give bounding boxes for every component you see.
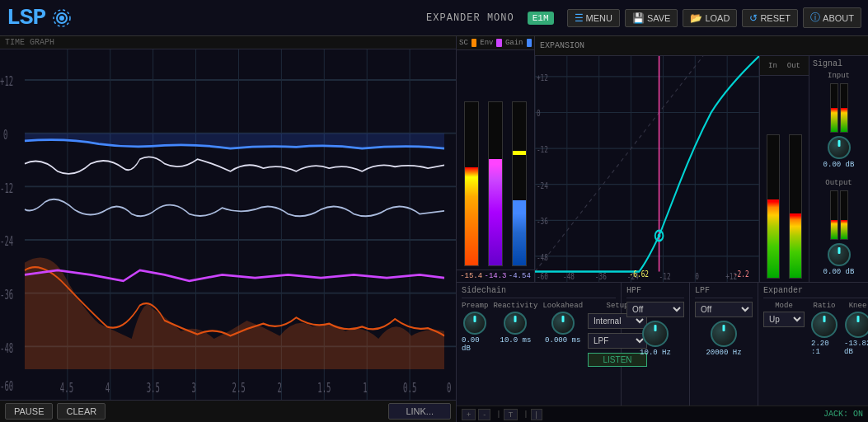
logo-text: LSP <box>7 5 45 30</box>
sc-color-box <box>472 39 476 47</box>
expansion-svg: +12 0 -12 -24 -36 -48 -60 -48 -36 -24 <box>535 56 759 282</box>
top-menu: ☰ MENU 💾 SAVE 📂 LOAD ↺ RESET ⓘ ABOUT <box>567 7 861 28</box>
sc-readouts: -15.4 -14.3 -4.54 <box>457 270 534 282</box>
preamp-knob[interactable] <box>463 312 486 335</box>
svg-text:-12: -12 <box>537 145 548 154</box>
menu-button[interactable]: ☰ MENU <box>567 9 620 27</box>
ratio-value: 2.20 :1 <box>811 340 838 356</box>
svg-text:-60: -60 <box>537 273 548 282</box>
mode-select[interactable]: Up <box>763 312 805 327</box>
load-icon: 📂 <box>690 12 702 24</box>
svg-text:-24: -24 <box>537 181 548 190</box>
svg-text:1: 1 <box>363 380 367 396</box>
env-meter-fill <box>489 159 502 265</box>
gain-meter-fill <box>513 200 526 265</box>
plugin-badge: E1M <box>528 12 554 25</box>
in-label: In <box>768 62 777 70</box>
svg-point-65 <box>658 233 661 237</box>
reactivity-control: Reactivity 10.0 ms <box>493 302 537 345</box>
sidechain-title: Sidechain <box>462 286 616 298</box>
lookahead-knob[interactable] <box>551 312 575 335</box>
expander-params: Mode Up Ratio 2.20 :1 <box>763 302 868 367</box>
reactivity-knob[interactable] <box>504 312 527 335</box>
logo-gear-icon <box>49 5 75 31</box>
expansion-title: EXPANSION <box>540 41 584 50</box>
svg-text:0: 0 <box>447 380 451 396</box>
reset-button[interactable]: ↺ RESET <box>742 9 798 27</box>
footer-separator-2: | <box>523 410 528 419</box>
output-section: Output 0.00 dB <box>823 179 855 276</box>
save-icon: 💾 <box>632 12 645 24</box>
svg-text:-12: -12 <box>0 181 13 196</box>
top-bar: LSP EXPANDER MONO E1M ☰ MENU 💾 SAVE 📂 LO… <box>0 0 868 36</box>
app-wrapper: LSP EXPANDER MONO E1M ☰ MENU 💾 SAVE 📂 LO… <box>0 0 868 422</box>
footer-separator-1: | <box>496 410 500 419</box>
svg-point-2 <box>59 16 64 21</box>
mode-control: Mode Up <box>763 302 805 327</box>
expansion-wrapper: EXPANSION <box>535 36 868 282</box>
clear-button[interactable]: CLEAR <box>57 403 106 420</box>
env-meter-bar <box>488 101 503 266</box>
bottom-controls: Sidechain Preamp 0.00 dB Reactivity <box>457 282 868 422</box>
svg-text:2.5: 2.5 <box>232 380 245 396</box>
lpf-knob-container: 20000 Hz <box>695 321 753 357</box>
lpf-knob[interactable] <box>711 321 737 347</box>
knee-knob[interactable] <box>845 312 868 338</box>
svg-text:0.5: 0.5 <box>403 380 416 396</box>
footer-extra-button[interactable]: | <box>531 409 542 420</box>
input-knob[interactable] <box>828 136 851 159</box>
svg-text:-2.2: -2.2 <box>734 270 749 279</box>
save-button[interactable]: 💾 SAVE <box>625 9 678 27</box>
output-knob[interactable] <box>828 243 851 266</box>
menu-icon: ☰ <box>575 12 584 24</box>
svg-text:0: 0 <box>3 127 7 143</box>
output-vu-bars <box>830 190 848 240</box>
gain-color-box <box>527 39 532 47</box>
inout-header: In Out <box>760 56 809 76</box>
lpf-title: LPF <box>695 286 753 298</box>
svg-text:-36: -36 <box>595 273 607 282</box>
ratio-label: Ratio <box>813 302 835 310</box>
input-vu-left <box>830 83 838 133</box>
expander-section: Expander Mode Up Ratio <box>758 283 868 406</box>
footer-minus-button[interactable]: - <box>478 409 490 420</box>
hpf-knob-container: 10.0 Hz <box>626 321 684 357</box>
link-button[interactable]: LINK... <box>388 403 451 420</box>
lpf-select2[interactable]: Off <box>695 302 753 317</box>
svg-text:1.5: 1.5 <box>317 380 331 396</box>
expansion-graph: +12 0 -12 -24 -36 -48 -60 -48 -36 -24 <box>535 56 759 282</box>
input-value: 0.00 dB <box>823 161 855 169</box>
reset-icon: ↺ <box>749 12 758 24</box>
out-label: Out <box>787 62 800 70</box>
hpf-select[interactable]: Off <box>626 302 684 317</box>
ratio-knob[interactable] <box>811 312 838 338</box>
input-label: Input <box>828 72 850 80</box>
sc-meters-panel: SC Env Gain <box>457 36 535 282</box>
inout-panel: In Out <box>759 56 809 282</box>
sidechain-section: Sidechain Preamp 0.00 dB Reactivity <box>457 283 622 406</box>
sc-meter-bar <box>464 101 479 266</box>
output-value: 0.00 dB <box>823 268 855 276</box>
pause-button[interactable]: PAUSE <box>5 403 53 420</box>
svg-text:-36: -36 <box>537 217 548 226</box>
input-vu-bars <box>830 83 848 133</box>
logo: LSP <box>7 5 75 31</box>
time-graph-svg: +12 0 -12 -24 -36 -48 -60 <box>0 49 456 400</box>
svg-text:+12: +12 <box>0 73 13 89</box>
env-label: Env <box>480 39 493 47</box>
lookahead-control: Lookahead 0.000 ms <box>542 302 583 345</box>
in-meter-fill <box>767 199 779 278</box>
about-button[interactable]: ⓘ ABOUT <box>803 7 861 28</box>
expander-title: Expander <box>763 286 868 298</box>
svg-text:-12: -12 <box>659 273 671 282</box>
hpf-knob[interactable] <box>642 321 669 347</box>
reactivity-value: 10.0 ms <box>500 336 532 345</box>
hpf-title: HPF <box>626 286 684 298</box>
plugin-title: EXPANDER MONO <box>426 12 514 24</box>
env-color-box <box>496 39 501 47</box>
footer-t-button[interactable]: T <box>504 409 518 420</box>
sc-header: SC Env Gain <box>457 36 534 50</box>
svg-text:-48: -48 <box>563 273 575 282</box>
footer-plus-button[interactable]: + <box>462 409 476 420</box>
load-button[interactable]: 📂 LOAD <box>683 9 737 27</box>
